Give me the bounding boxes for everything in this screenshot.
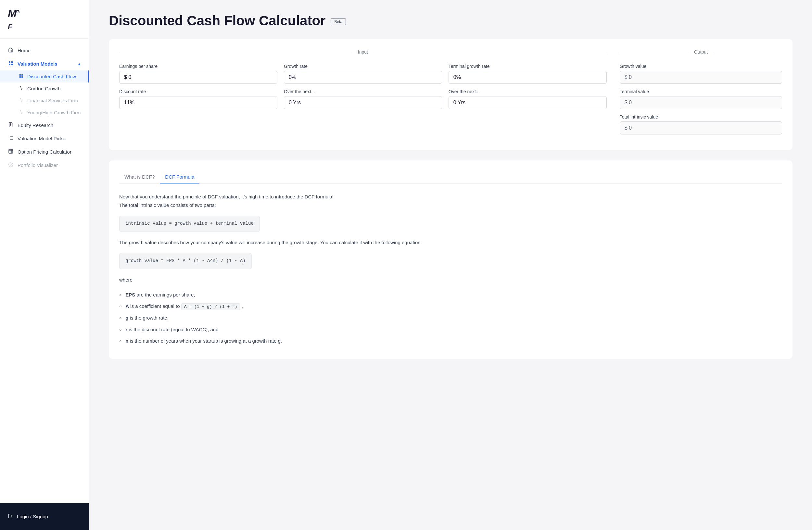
over-next-2-label: Over the next...: [449, 89, 607, 94]
input-divider: Input: [119, 49, 607, 55]
svg-rect-2: [9, 64, 10, 65]
sidebar-label-portfolio-visualizer: Portfolio Visualizer: [17, 162, 81, 168]
sidebar-item-valuation-model-picker[interactable]: Valuation Model Picker: [0, 132, 89, 145]
svg-rect-5: [21, 74, 23, 76]
sidebar-item-discounted-cash-flow[interactable]: Discounted Cash Flow: [0, 71, 89, 83]
list-item-a: A is a coefficient equal to A = (1 + g) …: [119, 302, 782, 310]
discount-rate-label: Discount rate: [119, 89, 277, 94]
svg-point-23: [10, 164, 11, 165]
sidebar-section-valuation-models[interactable]: Valuation Models ▲: [0, 57, 89, 71]
gear-icon: [8, 162, 14, 168]
logo: MGF: [0, 0, 89, 39]
sidebar-label-gordon: Gordon Growth: [27, 86, 61, 91]
content-where: where: [119, 276, 782, 284]
list-item-r-text: r is the discount rate (equal to WACC), …: [125, 325, 218, 334]
list-item-eps: EPS are the earnings per share,: [119, 291, 782, 299]
over-next-1-group: Over the next...: [284, 89, 442, 109]
sidebar-item-portfolio-visualizer[interactable]: Portfolio Visualizer: [0, 159, 89, 172]
formula-2-block: growth value = EPS * A * (1 - A^n) / (1 …: [119, 253, 252, 269]
clipboard-icon: [8, 122, 14, 128]
sidebar-item-home[interactable]: Home: [0, 44, 89, 57]
list-item-r: r is the discount rate (equal to WACC), …: [119, 325, 782, 334]
page-header: Discounted Cash Flow Calculator Beta: [109, 13, 793, 29]
page-title: Discounted Cash Flow Calculator: [109, 13, 325, 29]
over-next-2-group: Over the next...: [449, 89, 607, 109]
chevron-up-icon: ▲: [77, 62, 81, 66]
input-row-1: Earnings per share Growth rate Terminal …: [119, 64, 607, 89]
growth-rate-group: Growth rate: [284, 64, 442, 84]
tabs-section: What is DCF? DCF Formula Now that you un…: [109, 160, 793, 359]
divider-line-left: [119, 52, 353, 52]
terminal-growth-rate-group: Terminal growth rate: [449, 64, 607, 84]
sidebar-label-yhg: Young/High-Growth Firm: [27, 110, 81, 115]
sidebar-item-financial-services-firm[interactable]: Financial Services Firm: [0, 94, 89, 106]
growth-value-output: [620, 71, 782, 84]
over-next-1-label: Over the next...: [284, 89, 442, 94]
sidebar-item-label-valuation-models: Valuation Models: [17, 61, 58, 67]
sidebar-label-fsf: Financial Services Firm: [27, 98, 78, 103]
list-item-eps-text: EPS are the earnings per share,: [125, 291, 195, 299]
svg-rect-1: [11, 61, 13, 63]
total-intrinsic-value-label: Total intrinsic value: [620, 114, 782, 119]
growth-rate-label: Growth rate: [284, 64, 442, 69]
nav-items: Home Valuation Models ▲ Discounted Cash …: [0, 39, 89, 503]
login-label: Login / Signup: [17, 514, 48, 519]
earnings-per-share-label: Earnings per share: [119, 64, 277, 69]
sidebar-label-model-picker: Valuation Model Picker: [17, 136, 81, 141]
earnings-per-share-group: Earnings per share: [119, 64, 277, 84]
input-section: Input Earnings per share Growth rate Ter…: [119, 49, 607, 139]
sidebar-item-option-pricing[interactable]: Option Pricing Calculator: [0, 145, 89, 159]
chart-icon-yhg: [19, 110, 24, 115]
chart-icon-gordon: [19, 86, 24, 91]
svg-rect-18: [9, 149, 13, 153]
input-label: Input: [358, 49, 368, 55]
list-item-n: n is the number of years when your start…: [119, 337, 782, 345]
tab-content-dcf-formula: Now that you understand the principle of…: [119, 193, 782, 345]
content-intro: Now that you understand the principle of…: [119, 193, 782, 209]
output-section: Output Growth value Terminal value Total…: [620, 49, 782, 139]
svg-rect-3: [11, 64, 13, 65]
list-item-a-text: A is a coefficient equal to A = (1 + g) …: [125, 302, 243, 310]
output-divider: Output: [620, 49, 782, 55]
sidebar-item-gordon-growth[interactable]: Gordon Growth: [0, 83, 89, 94]
output-divider-line-left: [620, 52, 689, 52]
sidebar-item-equity-research[interactable]: Equity Research: [0, 119, 89, 132]
main-content: Discounted Cash Flow Calculator Beta Inp…: [89, 0, 812, 530]
sidebar-bottom: Login / Signup: [0, 503, 89, 530]
svg-rect-4: [19, 74, 21, 76]
earnings-per-share-input[interactable]: [119, 71, 277, 84]
list-item-g: g is the growth rate,: [119, 314, 782, 322]
list-item-g-text: g is the growth rate,: [125, 314, 169, 322]
sidebar: MGF Home Valuation Models ▲ Discounted C…: [0, 0, 89, 530]
output-divider-line-right: [713, 52, 782, 52]
login-icon: [8, 513, 13, 520]
tabs-nav: What is DCF? DCF Formula: [119, 171, 782, 183]
tab-what-is-dcf[interactable]: What is DCF?: [119, 171, 160, 183]
home-icon: [8, 47, 14, 54]
over-next-2-input[interactable]: [449, 96, 607, 109]
divider-line-right: [373, 52, 607, 52]
sidebar-label-option-pricing: Option Pricing Calculator: [17, 149, 81, 154]
formula-1-block: intrinsic value = growth value + termina…: [119, 216, 260, 232]
growth-rate-input[interactable]: [284, 71, 442, 84]
list-item-n-text: n is the number of years when your start…: [125, 337, 282, 345]
terminal-value-group: Terminal value: [620, 89, 782, 109]
grid-small-icon: [19, 74, 24, 79]
table-icon: [8, 149, 14, 155]
sidebar-label-dcf: Discounted Cash Flow: [27, 74, 76, 79]
inline-code-a: A = (1 + g) / (1 + r): [181, 303, 240, 310]
svg-rect-7: [21, 76, 23, 78]
sidebar-item-label-home: Home: [17, 48, 81, 53]
growth-value-group: Growth value: [620, 64, 782, 84]
sidebar-item-young-high-growth[interactable]: Young/High-Growth Firm: [0, 106, 89, 119]
discount-rate-input[interactable]: [119, 96, 277, 109]
terminal-value-label: Terminal value: [620, 89, 782, 94]
content-growth-desc: The growth value describes how your comp…: [119, 238, 782, 247]
terminal-growth-rate-input[interactable]: [449, 71, 607, 84]
growth-value-label: Growth value: [620, 64, 782, 69]
tab-dcf-formula[interactable]: DCF Formula: [160, 171, 200, 183]
chart-icon-fsf: [19, 98, 24, 103]
over-next-1-input[interactable]: [284, 96, 442, 109]
login-signup-button[interactable]: Login / Signup: [8, 511, 81, 522]
svg-rect-6: [19, 76, 21, 78]
